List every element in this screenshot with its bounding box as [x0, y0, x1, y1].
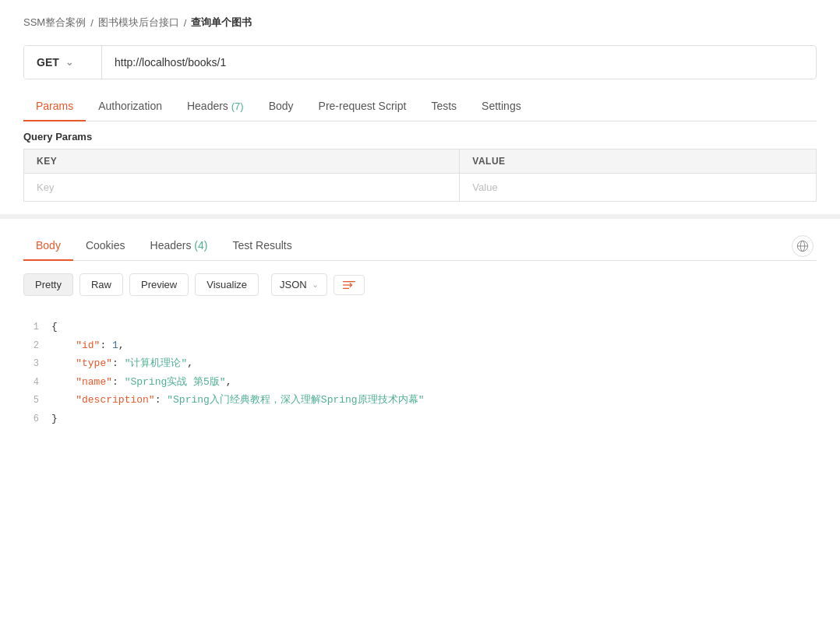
wrap-button[interactable]: [334, 275, 365, 295]
globe-icon[interactable]: [792, 235, 814, 257]
tab-tests[interactable]: Tests: [418, 92, 469, 121]
tab-settings[interactable]: Settings: [469, 92, 534, 121]
key-input-cell[interactable]: Key: [24, 174, 460, 202]
format-selector[interactable]: JSON ⌄: [271, 273, 327, 296]
method-label: GET: [37, 56, 59, 69]
value-column-header: VALUE: [460, 150, 817, 174]
tab-authorization[interactable]: Authorization: [86, 92, 175, 121]
format-label: JSON: [280, 279, 307, 290]
response-tab-cookies[interactable]: Cookies: [73, 231, 138, 261]
json-line-6: 6 }: [23, 410, 817, 428]
chevron-down-icon: ⌄: [65, 57, 73, 68]
raw-button[interactable]: Raw: [79, 273, 123, 296]
method-selector[interactable]: GET ⌄: [24, 46, 102, 79]
key-column-header: KEY: [24, 150, 460, 174]
json-line-3: 3 "type": "计算机理论",: [23, 354, 817, 373]
response-actions: [792, 235, 817, 257]
breadcrumb: SSM整合案例 / 图书模块后台接口 / 查询单个图书: [23, 16, 817, 30]
tab-pre-request-script[interactable]: Pre-request Script: [306, 92, 419, 121]
preview-button[interactable]: Preview: [129, 273, 189, 296]
query-params-label: Query Params: [23, 121, 817, 149]
params-table: KEY VALUE Key Value: [23, 149, 817, 202]
json-line-1: 1 {: [23, 318, 817, 336]
tab-params[interactable]: Params: [23, 92, 86, 121]
breadcrumb-sep-2: /: [184, 17, 187, 29]
json-line-4: 4 "name": "Spring实战 第5版",: [23, 373, 817, 392]
tab-headers[interactable]: Headers (7): [175, 92, 256, 121]
response-tabs: Body Cookies Headers (4) Test Results: [23, 231, 817, 261]
request-bar: GET ⌄: [23, 45, 817, 79]
breadcrumb-part-2[interactable]: 图书模块后台接口: [98, 16, 179, 30]
json-viewer: 1 { 2 "id": 1, 3 "type": "计算机理论", 4 "na: [23, 311, 817, 435]
response-tab-body[interactable]: Body: [23, 231, 73, 261]
format-bar: Pretty Raw Preview Visualize JSON ⌄: [23, 270, 817, 299]
visualize-button[interactable]: Visualize: [195, 273, 259, 296]
response-tab-test-results[interactable]: Test Results: [220, 231, 304, 261]
json-line-5: 5 "description": "Spring入门经典教程，深入理解Sprin…: [23, 391, 817, 410]
breadcrumb-current: 查询单个图书: [191, 16, 252, 30]
breadcrumb-sep-1: /: [90, 17, 94, 29]
response-tab-headers[interactable]: Headers (4): [138, 231, 221, 261]
request-tabs: Params Authorization Headers (7) Body Pr…: [23, 92, 817, 121]
value-input-cell[interactable]: Value: [460, 174, 817, 202]
response-section: Body Cookies Headers (4) Test Results Pr…: [23, 231, 817, 435]
pretty-button[interactable]: Pretty: [23, 273, 73, 296]
main-container: SSM整合案例 / 图书模块后台接口 / 查询单个图书 GET ⌄ Params…: [0, 0, 840, 637]
section-divider: [0, 214, 840, 219]
url-input[interactable]: [102, 56, 816, 69]
json-line-2: 2 "id": 1,: [23, 336, 817, 355]
table-row: Key Value: [24, 174, 817, 202]
tab-body[interactable]: Body: [256, 92, 306, 121]
breadcrumb-part-1[interactable]: SSM整合案例: [23, 16, 86, 30]
chevron-down-icon: ⌄: [312, 280, 319, 290]
